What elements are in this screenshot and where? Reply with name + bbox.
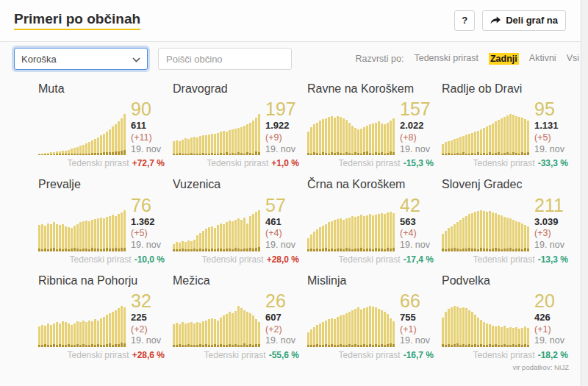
- active-count: 42: [400, 196, 434, 215]
- weekly-growth-row: Tedenski prirast+1,0 %: [173, 158, 299, 168]
- municipality-card[interactable]: Prevalje 76 1.362 (+5) 19. nov Tedenski …: [38, 177, 165, 264]
- bar-chart: [307, 114, 395, 155]
- sort-option-aktivni[interactable]: Aktivni: [529, 53, 556, 65]
- growth-value: -16,7 %: [404, 350, 434, 360]
- region-select-value: Koroška: [21, 54, 57, 65]
- card-stats: 211 3.039 (+3) 19. nov: [534, 196, 568, 251]
- active-count: 95: [534, 100, 568, 118]
- municipality-card[interactable]: Dravograd 197 1.922 (+9) 19. nov Tedensk…: [173, 82, 299, 168]
- card-stats: 32 225 (+2) 19. nov: [131, 292, 165, 347]
- active-count: 20: [534, 292, 568, 310]
- municipality-name: Mislinja: [307, 274, 434, 287]
- municipality-card[interactable]: Ribnica na Pohorju 32 225 (+2) 19. nov T…: [38, 274, 165, 360]
- municipality-name: Muta: [38, 82, 165, 96]
- sort-option-vsi[interactable]: Vsi: [567, 53, 579, 65]
- card-stats: 76 1.362 (+5) 19. nov: [131, 196, 165, 251]
- municipality-card[interactable]: Mislinja 66 755 (+1) 19. nov Tedenski pr…: [307, 274, 434, 360]
- growth-label: Tedenski prirast: [339, 350, 401, 360]
- card-chart-row: 90 611 (+11) 19. nov: [38, 100, 165, 155]
- date-label: 19. nov: [400, 144, 434, 156]
- growth-value: +28,6 %: [132, 350, 165, 360]
- municipality-card[interactable]: Muta 90 611 (+11) 19. nov Tedenski prira…: [38, 82, 165, 168]
- growth-label: Tedenski prirast: [339, 254, 401, 265]
- growth-label: Tedenski prirast: [68, 158, 129, 168]
- growth-value: -13,3 %: [538, 254, 568, 265]
- bar-chart: [173, 114, 260, 155]
- growth-label: Tedenski prirast: [339, 158, 401, 168]
- active-count: 57: [265, 196, 299, 215]
- sort-option-tedenski-prirast[interactable]: Tedenski prirast: [414, 53, 478, 65]
- new-cases-delta: (+4): [265, 228, 299, 240]
- municipality-name: Mežica: [173, 274, 299, 287]
- header: Primeri po občinah ? Deli graf na: [0, 0, 588, 42]
- municipality-card[interactable]: Podvelka 20 426 (+1) 19. nov Tedenski pr…: [442, 274, 568, 360]
- growth-label: Tedenski prirast: [68, 350, 129, 360]
- card-stats: 157 2.022 (+8) 19. nov: [400, 100, 434, 155]
- card-chart-row: 76 1.362 (+5) 19. nov: [38, 196, 165, 251]
- new-cases-delta: (+8): [400, 132, 434, 144]
- date-label: 19. nov: [131, 144, 165, 156]
- total-count: 563: [400, 216, 434, 229]
- total-count: 1.362: [131, 216, 165, 229]
- municipality-search-input[interactable]: [158, 48, 292, 70]
- municipality-name: Ravne na Koroškem: [307, 82, 434, 96]
- card-chart-row: 95 1.131 (+5) 19. nov: [442, 100, 568, 155]
- active-count: 157: [400, 100, 434, 118]
- growth-value: +1,0 %: [271, 158, 299, 168]
- sort-label: Razvrsti po:: [355, 54, 404, 64]
- municipality-card[interactable]: Ravne na Koroškem 157 2.022 (+8) 19. nov…: [307, 82, 434, 168]
- active-count: 211: [534, 196, 568, 215]
- weekly-growth-row: Tedenski prirast-55,6 %: [173, 350, 299, 360]
- new-cases-delta: (+9): [265, 132, 299, 144]
- municipality-card[interactable]: Radlje ob Dravi 95 1.131 (+5) 19. nov Te…: [442, 82, 568, 168]
- date-label: 19. nov: [265, 144, 299, 156]
- card-chart-row: 66 755 (+1) 19. nov: [307, 292, 434, 347]
- growth-value: -17,4 %: [404, 254, 434, 265]
- growth-label: Tedenski prirast: [207, 158, 268, 168]
- total-count: 1.131: [534, 120, 568, 132]
- date-label: 19. nov: [534, 335, 568, 347]
- new-cases-delta: (+1): [400, 324, 434, 336]
- data-source-note: vir podatkov: NIJZ: [512, 363, 569, 371]
- municipality-card[interactable]: Slovenj Gradec 211 3.039 (+3) 19. nov Te…: [442, 177, 568, 264]
- municipality-card[interactable]: Črna na Koroškem 42 563 (+4) 19. nov Ted…: [307, 177, 434, 264]
- municipality-card[interactable]: Mežica 26 607 (+2) 19. nov Tedenski prir…: [173, 274, 299, 360]
- total-count: 607: [265, 312, 299, 324]
- region-select[interactable]: Koroška: [14, 48, 148, 70]
- share-button[interactable]: Deli graf na: [482, 10, 566, 31]
- date-label: 19. nov: [400, 240, 434, 251]
- bar-chart: [173, 210, 260, 251]
- weekly-growth-row: Tedenski prirast+28,6 %: [38, 350, 165, 360]
- card-chart-row: 26 607 (+2) 19. nov: [173, 292, 299, 347]
- bar-chart: [307, 210, 395, 251]
- card-stats: 95 1.131 (+5) 19. nov: [534, 100, 568, 155]
- vertical-scrollbar[interactable]: [581, 0, 588, 386]
- date-label: 19. nov: [131, 240, 165, 251]
- growth-value: -55,6 %: [269, 350, 299, 360]
- growth-value: -10,0 %: [135, 254, 165, 265]
- card-chart-row: 42 563 (+4) 19. nov: [307, 196, 434, 251]
- card-stats: 20 426 (+1) 19. nov: [534, 292, 568, 347]
- total-count: 426: [534, 312, 568, 324]
- growth-value: -33,3 %: [538, 158, 568, 168]
- new-cases-delta: (+1): [534, 324, 568, 336]
- new-cases-delta: (+2): [265, 324, 299, 336]
- card-chart-row: 157 2.022 (+8) 19. nov: [307, 100, 434, 155]
- date-label: 19. nov: [131, 335, 165, 347]
- weekly-growth-row: Tedenski prirast-33,3 %: [442, 158, 568, 168]
- growth-label: Tedenski prirast: [202, 254, 264, 265]
- municipality-name: Radlje ob Dravi: [442, 82, 568, 96]
- sort-option-zadnji[interactable]: Zadnji: [489, 53, 519, 65]
- bar-chart: [307, 306, 395, 347]
- help-button[interactable]: ?: [454, 10, 475, 31]
- bar-chart: [442, 114, 529, 155]
- page-title: Primeri po občinah: [14, 11, 140, 30]
- municipality-card[interactable]: Vuzenica 57 461 (+4) 19. nov Tedenski pr…: [173, 177, 299, 264]
- total-count: 755: [400, 312, 434, 324]
- municipality-name: Ribnica na Pohorju: [38, 274, 165, 287]
- sort-options: Tedenski prirastZadnjiAktivniVsi: [414, 53, 579, 65]
- municipality-name: Slovenj Gradec: [442, 177, 568, 191]
- weekly-growth-row: Tedenski prirast-10,0 %: [38, 254, 165, 265]
- card-stats: 26 607 (+2) 19. nov: [265, 292, 299, 347]
- card-stats: 197 1.922 (+9) 19. nov: [265, 100, 299, 155]
